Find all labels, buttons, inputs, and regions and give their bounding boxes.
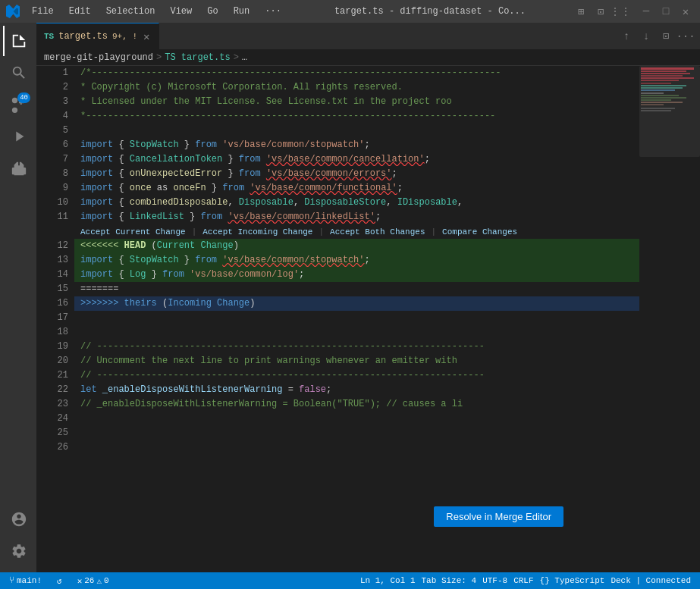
- menu-go[interactable]: Go: [201, 5, 224, 18]
- code-line-8: import { onUnexpectedError } from 'vs/ba…: [74, 167, 639, 181]
- git-branch-icon: ⑂: [9, 575, 14, 586]
- code-line-13: import { StopWatch } from 'vs/base/commo…: [74, 253, 639, 268]
- code-line-15: =======: [74, 282, 639, 296]
- menu-bar: File Edit Selection View Go Run ···: [26, 5, 287, 18]
- scroll-down-btn[interactable]: ↓: [638, 28, 654, 45]
- conflict-action-bar: Accept Current Change | Accept Incoming …: [74, 224, 639, 239]
- more-actions-btn[interactable]: ···: [677, 28, 694, 45]
- menu-view[interactable]: View: [164, 5, 198, 18]
- activity-extensions[interactable]: [3, 153, 33, 183]
- layout-btn-3[interactable]: ⋮⋮: [612, 3, 629, 20]
- encoding-label: UTF-8: [482, 576, 507, 585]
- warning-count: 0: [104, 576, 109, 585]
- activity-settings[interactable]: [3, 536, 33, 566]
- code-line-21: // -------------------------------------…: [74, 368, 639, 383]
- menu-selection[interactable]: Selection: [100, 5, 162, 18]
- layout-btn-2[interactable]: ⊡: [592, 3, 609, 20]
- branch-name: main!: [17, 576, 42, 585]
- error-icon: ✕: [77, 576, 83, 586]
- language-label: {} TypeScript: [540, 576, 605, 585]
- line-numbers: 1 2 3 4 5 6 7 8 9 10 11 12 13 14 15 16 1…: [36, 66, 74, 572]
- minimize-btn[interactable]: ─: [638, 3, 654, 20]
- editor-content: 1 2 3 4 5 6 7 8 9 10 11 12 13 14 15 16 1…: [36, 66, 700, 572]
- status-sync[interactable]: ↺: [54, 572, 65, 589]
- code-line-22: let _enableDisposeWithListenerWarning = …: [74, 383, 639, 397]
- cursor-pos: Ln 1, Col 1: [360, 576, 416, 585]
- error-count: 26: [84, 576, 94, 585]
- activity-bar: 40: [0, 23, 36, 572]
- code-line-11: import { LinkedList } from 'vs/base/comm…: [74, 210, 639, 224]
- code-line-2: * Copyright (c) Microsoft Corporation. A…: [74, 80, 639, 95]
- maximize-btn[interactable]: □: [658, 3, 674, 20]
- line-ending-label: CRLF: [513, 576, 533, 585]
- window-title: target.ts - diffing-dataset - Co...: [293, 6, 567, 17]
- activity-explorer[interactable]: [3, 26, 33, 56]
- code-line-6: import { StopWatch } from 'vs/base/commo…: [74, 138, 639, 152]
- minimap-svg: [639, 66, 700, 551]
- activity-run[interactable]: [3, 121, 33, 152]
- status-right: Ln 1, Col 1 Tab Size: 4 UTF-8 CRLF {} Ty…: [357, 576, 694, 585]
- code-line-9: import { once as onceFn } from 'vs/base/…: [74, 181, 639, 196]
- code-line-19: // -------------------------------------…: [74, 340, 639, 354]
- breadcrumb-root[interactable]: merge-git-playground: [44, 52, 153, 63]
- breadcrumb-more[interactable]: …: [242, 52, 247, 63]
- status-connection[interactable]: Deck | Connected: [607, 576, 694, 585]
- menu-edit[interactable]: Edit: [63, 5, 97, 18]
- minimap: [639, 66, 700, 572]
- menu-more[interactable]: ···: [259, 5, 287, 18]
- warning-icon: ⚠: [96, 576, 102, 586]
- accept-both-btn[interactable]: Accept Both Changes: [330, 227, 425, 237]
- breadcrumb: merge-git-playground > TS target.ts > …: [36, 49, 700, 66]
- window-controls: ⊞ ⊡ ⋮⋮ ─ □ ✕: [573, 3, 694, 20]
- split-editor-btn[interactable]: ⊡: [658, 28, 674, 45]
- svg-rect-18: [639, 66, 700, 157]
- code-line-17: [74, 311, 639, 325]
- status-language[interactable]: {} TypeScript: [537, 576, 608, 585]
- accept-incoming-btn[interactable]: Accept Incoming Change: [202, 227, 312, 237]
- compare-changes-btn[interactable]: Compare Changes: [442, 227, 517, 237]
- code-line-12: <<<<<<< HEAD (Current Change): [74, 239, 639, 253]
- code-area[interactable]: /*--------------------------------------…: [74, 66, 639, 572]
- code-line-7: import { CancellationToken } from 'vs/ba…: [74, 152, 639, 167]
- status-line-ending[interactable]: CRLF: [510, 576, 536, 585]
- tab-actions: ↑ ↓ ⊡ ···: [618, 28, 700, 45]
- tab-target-ts[interactable]: TS target.ts 9+, ! ✕: [36, 23, 159, 49]
- code-line-20: // Uncomment the next line to print warn…: [74, 354, 639, 368]
- source-control-badge: 40: [17, 92, 30, 103]
- status-errors[interactable]: ✕ 26 ⚠ 0: [74, 572, 112, 589]
- code-line-18: [74, 325, 639, 340]
- tab-size-label: Tab Size: 4: [422, 576, 477, 585]
- status-tab-size[interactable]: Tab Size: 4: [419, 576, 480, 585]
- tab-bar: TS target.ts 9+, ! ✕ ↑ ↓ ⊡ ···: [36, 23, 700, 49]
- scroll-up-btn[interactable]: ↑: [618, 28, 635, 45]
- status-branch[interactable]: ⑂ main!: [6, 572, 45, 589]
- code-line-5: [74, 124, 639, 138]
- code-line-25: [74, 426, 639, 440]
- code-line-1: /*--------------------------------------…: [74, 66, 639, 80]
- status-encoding[interactable]: UTF-8: [479, 576, 510, 585]
- tab-badge: 9+, !: [112, 32, 137, 41]
- activity-search[interactable]: [3, 58, 33, 88]
- tab-filename: target.ts: [58, 31, 108, 42]
- breadcrumb-file[interactable]: TS target.ts: [165, 52, 230, 63]
- code-line-4: *---------------------------------------…: [74, 109, 639, 124]
- layout-btn-1[interactable]: ⊞: [573, 3, 589, 20]
- code-line-16: >>>>>>> theirs (Incoming Change): [74, 296, 639, 311]
- code-line-23: // _enableDisposeWithListenerWarning = B…: [74, 397, 639, 412]
- status-bar: ⑂ main! ↺ ✕ 26 ⚠ 0 Ln 1, Col 1 Tab Size:…: [0, 572, 700, 589]
- breadcrumb-sep-1: >: [156, 52, 162, 63]
- menu-run[interactable]: Run: [228, 5, 256, 18]
- connection-label: Deck | Connected: [611, 576, 691, 585]
- accept-current-btn[interactable]: Accept Current Change: [80, 227, 186, 237]
- code-line-14: import { Log } from 'vs/base/common/log'…: [74, 268, 639, 282]
- activity-bottom-group: [3, 504, 33, 572]
- tab-close-btn[interactable]: ✕: [142, 30, 151, 44]
- status-cursor[interactable]: Ln 1, Col 1: [357, 576, 419, 585]
- resolve-merge-editor-btn[interactable]: Resolve in Merge Editor: [434, 506, 563, 527]
- breadcrumb-sep-2: >: [234, 52, 239, 63]
- close-btn[interactable]: ✕: [677, 3, 694, 20]
- menu-file[interactable]: File: [26, 5, 60, 18]
- editor-area: TS target.ts 9+, ! ✕ ↑ ↓ ⊡ ··· merge-git…: [36, 23, 700, 572]
- activity-account[interactable]: [3, 504, 33, 534]
- activity-source-control[interactable]: 40: [3, 89, 33, 120]
